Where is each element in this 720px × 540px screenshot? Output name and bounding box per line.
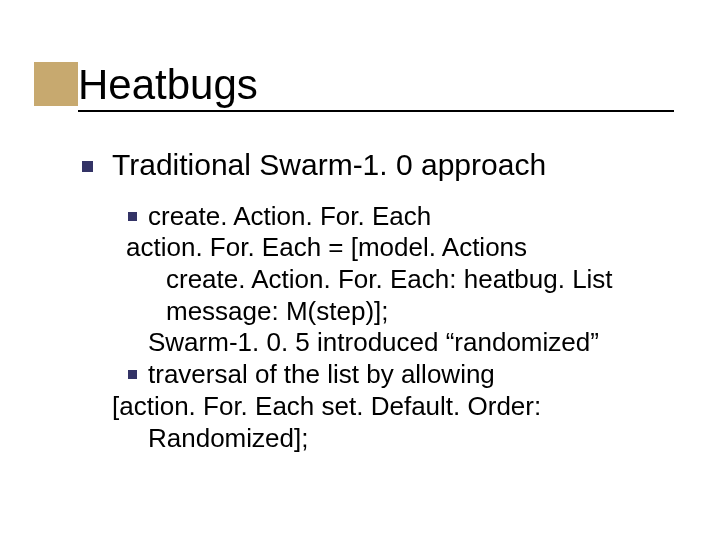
bullet-level1: Traditional Swarm-1. 0 approach: [112, 148, 672, 183]
sub-bullet-1-line-1: create. Action. For. Each: [148, 201, 672, 233]
title-underline: [78, 110, 674, 112]
title-area: Heatbugs: [34, 62, 674, 106]
sub-bullet-2-line-4: Randomized];: [148, 423, 672, 455]
slide-title: Heatbugs: [34, 62, 674, 106]
sub-bullet-2-line-3: [action. For. Each set. Default. Order:: [112, 391, 672, 423]
bullet-level2-block: create. Action. For. Each action. For. E…: [112, 201, 672, 455]
sub-bullet-1-line-4: message: M(step)];: [148, 296, 672, 328]
slide: Heatbugs Traditional Swarm-1. 0 approach…: [0, 0, 720, 540]
bullet-level1-text: Traditional Swarm-1. 0 approach: [112, 148, 546, 181]
square-bullet-icon: [128, 212, 137, 221]
square-bullet-icon: [128, 370, 137, 379]
sub-bullet-2-line-1: Swarm-1. 0. 5 introduced “randomized”: [148, 327, 672, 359]
sub-bullet-1-line-2: action. For. Each = [model. Actions: [126, 232, 672, 264]
square-bullet-icon: [82, 161, 93, 172]
body-area: Traditional Swarm-1. 0 approach create. …: [112, 148, 672, 454]
sub-bullet-2-line-2: traversal of the list by allowing: [148, 359, 672, 391]
sub-bullet-1-line-3: create. Action. For. Each: heatbug. List: [148, 264, 672, 296]
